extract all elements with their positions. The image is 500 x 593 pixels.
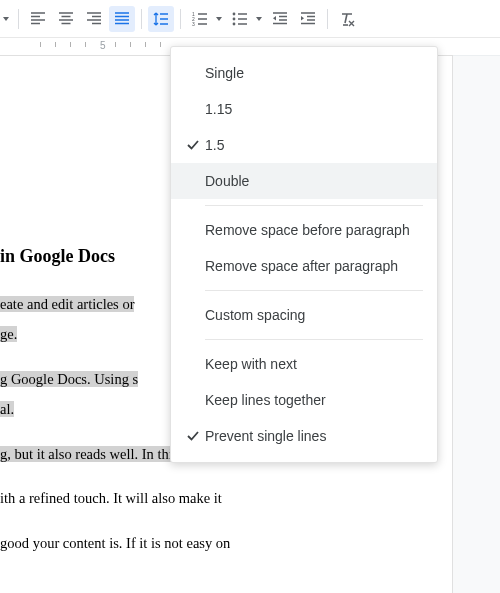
bulleted-list-icon	[232, 11, 248, 27]
menu-item-1-5[interactable]: 1.5	[171, 127, 437, 163]
numbered-list-button[interactable]: 1 2 3	[187, 6, 225, 32]
align-right-button[interactable]	[81, 6, 107, 32]
menu-item-single[interactable]: Single	[171, 55, 437, 91]
menu-separator	[205, 205, 423, 206]
check-icon	[181, 138, 205, 152]
align-left-icon	[30, 11, 46, 27]
menu-item-remove-space-after[interactable]: Remove space after paragraph	[171, 248, 437, 284]
align-center-icon	[58, 11, 74, 27]
ruler-tick-label: 5	[100, 40, 106, 51]
align-right-icon	[86, 11, 102, 27]
increase-indent-icon	[300, 11, 316, 27]
line-spacing-icon	[153, 11, 169, 27]
doc-paragraph: good your content is. If it is not easy …	[0, 528, 452, 558]
numbered-list-icon: 1 2 3	[192, 11, 208, 27]
align-center-button[interactable]	[53, 6, 79, 32]
menu-item-prevent-single-lines[interactable]: Prevent single lines	[171, 418, 437, 454]
line-spacing-button[interactable]	[148, 6, 174, 32]
svg-point-3	[233, 12, 236, 15]
svg-point-4	[233, 17, 236, 20]
menu-item-keep-with-next[interactable]: Keep with next	[171, 346, 437, 382]
decrease-indent-button[interactable]	[267, 6, 293, 32]
menu-separator	[205, 290, 423, 291]
decrease-indent-icon	[272, 11, 288, 27]
bulleted-list-button[interactable]	[227, 6, 265, 32]
menu-item-custom-spacing[interactable]: Custom spacing	[171, 297, 437, 333]
align-justify-button[interactable]	[109, 6, 135, 32]
menu-item-1-15[interactable]: 1.15	[171, 91, 437, 127]
menu-item-keep-lines-together[interactable]: Keep lines together	[171, 382, 437, 418]
svg-point-5	[233, 22, 236, 25]
line-spacing-menu: Single 1.15 1.5 Double Remove space befo…	[170, 46, 438, 463]
menu-separator	[205, 339, 423, 340]
clear-formatting-button[interactable]	[334, 6, 360, 32]
separator	[180, 9, 181, 29]
clear-formatting-icon	[339, 11, 355, 27]
prev-caret[interactable]	[0, 15, 12, 23]
separator	[327, 9, 328, 29]
separator	[18, 9, 19, 29]
doc-paragraph: ith a refined touch. It will also make i…	[0, 483, 452, 513]
toolbar: 1 2 3	[0, 0, 500, 38]
align-justify-icon	[114, 11, 130, 27]
check-icon	[181, 429, 205, 443]
svg-text:3: 3	[192, 21, 195, 27]
menu-item-remove-space-before[interactable]: Remove space before paragraph	[171, 212, 437, 248]
menu-item-double[interactable]: Double	[171, 163, 437, 199]
align-left-button[interactable]	[25, 6, 51, 32]
increase-indent-button[interactable]	[295, 6, 321, 32]
separator	[141, 9, 142, 29]
